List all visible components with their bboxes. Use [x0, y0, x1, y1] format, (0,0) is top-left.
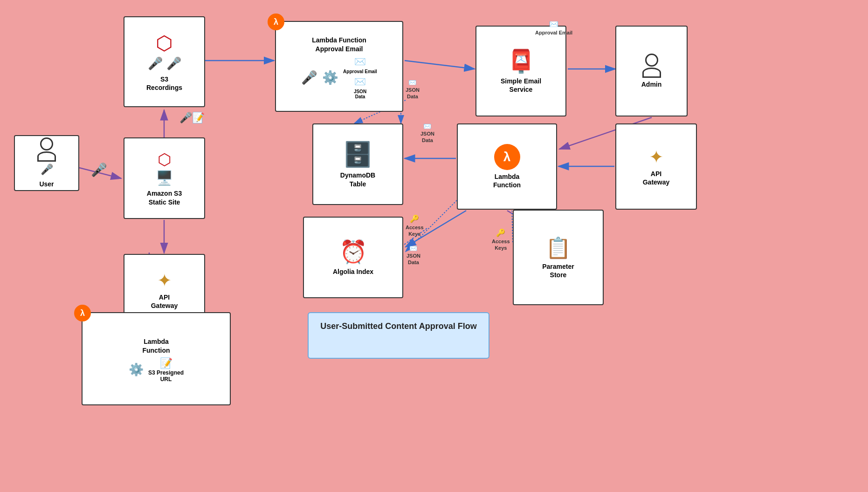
lambda-bottom-inner: ⚙️ 📝 S3 PresignedURL — [129, 357, 184, 383]
s3-recordings-label: S3Recordings — [146, 75, 182, 92]
algolia-icon: ⏰ — [339, 239, 367, 265]
person-body — [37, 151, 56, 162]
approval-email-text: Approval Email — [535, 29, 572, 36]
lambda-main-node: λ LambdaFunction — [457, 123, 557, 210]
legend-title: User-Submitted Content Approval Flow — [320, 321, 477, 332]
email-float-icon-2: ✉️ — [423, 123, 431, 130]
person-head — [40, 137, 53, 150]
json-data-text-3: JSONData — [406, 253, 420, 266]
mic-note-float: 🎤📝 — [179, 112, 205, 124]
json-data-float-3: ✉️ JSONData — [406, 244, 420, 266]
email-icon-2: ✉️ — [343, 76, 377, 87]
algolia-node: ⏰ Algolia Index — [303, 217, 403, 298]
dynamo-icon: 🗄️ — [343, 140, 373, 169]
access-keys-float-1: 🔑 AccessKeys — [406, 214, 424, 237]
lambda-main-label: LambdaFunction — [493, 172, 521, 189]
lambda-bottom-badge: λ — [74, 305, 91, 321]
admin-person-icon — [642, 54, 661, 78]
key-icon-2: 🔑 — [496, 229, 505, 237]
lambda-approval-node: λ Lambda FunctionApproval Email 🎤 ⚙️ ✉️ … — [275, 21, 403, 112]
lambda-bottom-node: λ LambdaFunction ⚙️ 📝 S3 PresignedURL — [82, 312, 231, 405]
approval-email-sublabel: Approval Email — [343, 69, 377, 74]
param-store-icon: 📋 — [545, 236, 571, 260]
ses-icon: 📮 — [507, 48, 535, 75]
email-icon-1: ✉️ — [343, 56, 377, 67]
approval-email-float-label: ✉️ Approval Email — [535, 20, 572, 36]
browser-icon: 🖥️ — [156, 170, 173, 186]
parameter-store-label: ParameterStore — [542, 262, 574, 279]
user-person-icon — [37, 137, 56, 162]
parameter-store-node: 📋 ParameterStore — [513, 210, 604, 305]
mic-icon: 🎤 — [41, 164, 53, 176]
json-data-text-2: JSONData — [420, 130, 434, 144]
admin-node: Admin — [615, 26, 688, 116]
lambda-approval-inner: 🎤 ⚙️ ✉️ Approval Email ✉️ JSONData — [301, 56, 377, 99]
mic-yellow-icon: 🎤 — [166, 56, 181, 71]
api-gateway-right-node: ✦ APIGateway — [615, 123, 697, 210]
admin-body — [642, 68, 661, 78]
email-float-icon-3: ✉️ — [409, 245, 417, 252]
user-node: 🎤 User — [14, 135, 79, 191]
mic-dark-icon: 🎤 — [148, 56, 163, 71]
lambda-approval-mic: 🎤 — [301, 70, 317, 85]
key-icon-1: 🔑 — [410, 215, 419, 223]
access-keys-float-2: 🔑 AccessKeys — [492, 228, 510, 251]
s3-presigned-label: 📝 S3 PresignedURL — [148, 357, 184, 383]
s3-presigned-text: S3 PresignedURL — [148, 369, 184, 383]
diagram-container: 🎤 User ⬡ 🎤 🎤 S3Recordings 🎤📝 ⬡ 🖥️ Amazon… — [0, 0, 868, 492]
json-data-text-1: JSONData — [406, 87, 420, 100]
api-gw-left-icon: ✦ — [157, 270, 172, 291]
lambda-gear-icon: ⚙️ — [129, 362, 144, 377]
lambda-approval-emails: ✉️ Approval Email ✉️ JSONData — [343, 56, 377, 99]
ses-label: Simple EmailService — [501, 77, 541, 94]
lambda-approval-label: Lambda FunctionApproval Email — [312, 36, 366, 53]
dynamodb-label: DynamoDBTable — [340, 171, 375, 188]
amazon-s3-static-node: ⬡ 🖥️ Amazon S3Static Site — [124, 137, 205, 219]
lambda-approval-gear: ⚙️ — [322, 70, 338, 85]
access-keys-text-2: AccessKeys — [492, 238, 510, 252]
recordings-mic-icons: 🎤 🎤 — [148, 56, 181, 71]
json-data-sublabel-1: JSONData — [343, 89, 377, 99]
s3-icon-static: ⬡ — [158, 150, 172, 169]
json-data-float-2: ✉️ JSONData — [420, 122, 434, 144]
admin-head — [645, 54, 658, 67]
api-gw-right-icon: ✦ — [649, 147, 664, 167]
svg-line-7 — [405, 61, 475, 69]
lambda-bottom-label: LambdaFunction — [142, 337, 170, 354]
user-label: User — [39, 180, 54, 188]
email-float-icon-1: ✉️ — [408, 79, 416, 86]
access-keys-text-1: AccessKeys — [406, 224, 424, 238]
lambda-main-badge: λ — [494, 144, 520, 170]
admin-label: Admin — [641, 80, 662, 89]
api-gateway-left-label: APIGateway — [151, 293, 178, 310]
s3-recordings-node: ⬡ 🎤 🎤 S3Recordings — [124, 16, 205, 107]
approval-email-icon: ✉️ — [549, 20, 558, 28]
legend-box: User-Submitted Content Approval Flow — [308, 312, 489, 359]
s3-static-label: Amazon S3Static Site — [147, 189, 182, 206]
presigned-doc-icon: 📝 — [160, 357, 172, 369]
s3-icon-recordings: ⬡ — [156, 32, 173, 55]
lambda-approval-badge: λ — [268, 14, 284, 30]
user-mic-float: 🎤 — [91, 162, 107, 178]
dynamodb-node: 🗄️ DynamoDBTable — [312, 123, 403, 205]
json-data-float-1: ✉️ JSONData — [406, 78, 420, 100]
algolia-label: Algolia Index — [333, 267, 373, 276]
user-icons: 🎤 — [41, 164, 53, 176]
api-gateway-right-label: APIGateway — [643, 170, 670, 186]
ses-node: 📮 Simple EmailService — [475, 26, 566, 116]
